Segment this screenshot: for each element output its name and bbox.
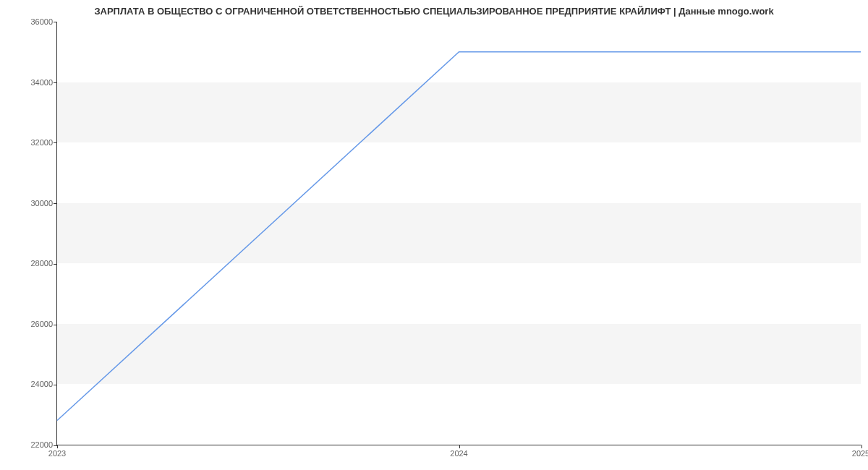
y-tick-mark [54,385,57,385]
y-tick-mark [54,203,57,204]
chart-container: ЗАРПЛАТА В ОБЩЕСТВО С ОГРАНИЧЕННОЙ ОТВЕТ… [0,0,868,470]
chart-svg [57,22,861,445]
y-tick-mark [54,142,57,143]
chart-title: ЗАРПЛАТА В ОБЩЕСТВО С ОГРАНИЧЕННОЙ ОТВЕТ… [0,0,868,20]
plot-area: 2200024000260002800030000320003400036000… [56,22,861,445]
series-line [57,52,861,421]
y-tick-mark [54,22,57,22]
y-tick-mark [54,82,57,83]
y-tick-mark [54,325,57,325]
x-tick-label: 2025 [852,445,868,458]
x-tick-mark [861,445,862,448]
x-tick-mark [57,445,58,448]
y-tick-mark [54,264,57,265]
x-tick-mark [459,445,460,448]
